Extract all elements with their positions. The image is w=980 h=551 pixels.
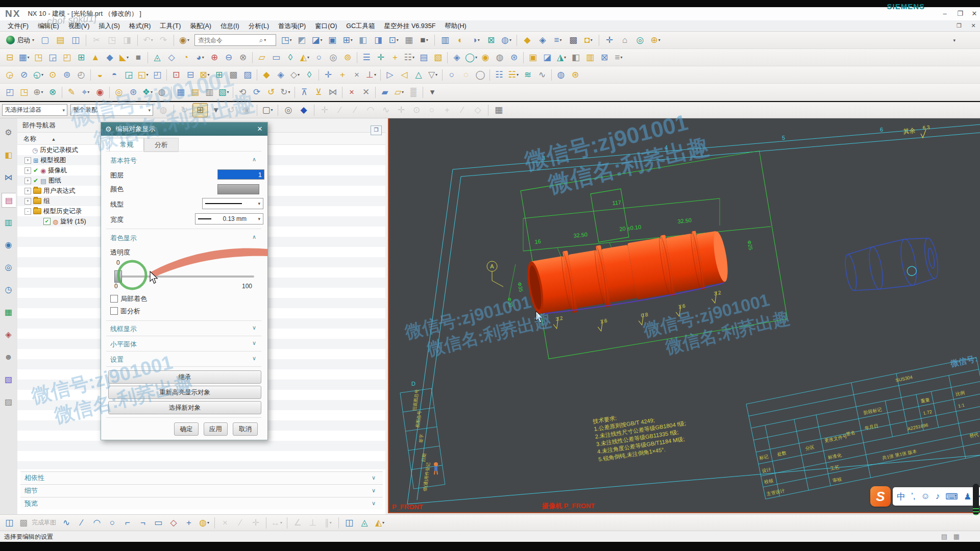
- sketch-icon[interactable]: ▭: [151, 516, 165, 530]
- section-wireframe-display[interactable]: 线框显示: [110, 324, 137, 334]
- selection-filter-dropdown[interactable]: 无选择过滤器▾: [2, 104, 67, 116]
- toolbar-icon[interactable]: ▱▾: [392, 86, 406, 99]
- toolbar-icon[interactable]: ✎: [64, 86, 79, 99]
- toolbar-icon[interactable]: ⊟: [3, 51, 17, 64]
- toolbar-icon[interactable]: ⊞: [212, 68, 226, 82]
- filter-icon[interactable]: ⊞: [192, 103, 208, 117]
- toolbar-icon[interactable]: ○: [445, 68, 459, 82]
- toolbar-icon[interactable]: ⊥▾: [364, 68, 378, 82]
- filter-icon[interactable]: ◎: [281, 104, 296, 117]
- expander-icon[interactable]: +: [24, 188, 31, 194]
- sketch-icon[interactable]: ¬: [136, 516, 150, 530]
- toolbar-icon[interactable]: ⊠▾: [198, 68, 212, 82]
- toolbar-icon[interactable]: ◍: [554, 68, 568, 82]
- sketch-icon[interactable]: ×: [218, 516, 232, 530]
- filter-icon[interactable]: ↻: [177, 104, 191, 117]
- filter-icon[interactable]: ∕: [348, 104, 362, 117]
- assembly-navigator-icon[interactable]: ◧: [2, 148, 15, 162]
- toolbar-icon[interactable]: ◍▾: [499, 34, 513, 47]
- sketch-icon[interactable]: ∿: [59, 516, 74, 530]
- ok-button[interactable]: 确定: [174, 422, 199, 436]
- sketch-icon[interactable]: ◫: [342, 516, 356, 530]
- toolbar-icon[interactable]: ↺: [264, 86, 278, 99]
- toolbar-icon[interactable]: ◑▾: [469, 34, 483, 47]
- sketch-icon[interactable]: ◇: [166, 516, 181, 530]
- status-note-icon[interactable]: ▤: [941, 531, 947, 542]
- width-dropdown[interactable]: 0.13 mm▾: [195, 213, 263, 224]
- color-swatch[interactable]: [217, 184, 259, 194]
- sketch-icon[interactable]: ○: [105, 516, 119, 530]
- tree-item-模型视图[interactable]: +⊞模型视图: [24, 155, 66, 165]
- shaft-part[interactable]: [524, 225, 731, 319]
- menu-item[interactable]: 装配(A): [185, 20, 216, 32]
- filter-icon[interactable]: +: [440, 104, 454, 117]
- tab-general[interactable]: 常规: [109, 138, 144, 152]
- finish-sketch-label[interactable]: 完成草图: [32, 518, 56, 527]
- ime-keyboard-icon[interactable]: ⌨: [945, 491, 958, 502]
- toolbar-icon[interactable]: ◇: [164, 51, 179, 64]
- toolbar-icon[interactable]: ☰: [359, 51, 374, 64]
- search-input[interactable]: [197, 36, 259, 44]
- toolbar-icon[interactable]: ◉: [478, 51, 493, 64]
- tree-item-模型历史记录[interactable]: -模型历史记录: [24, 206, 82, 216]
- toolbar-icon[interactable]: ◘▾: [581, 34, 596, 47]
- toolbar-icon[interactable]: ✂: [89, 34, 104, 47]
- toolbar-icon[interactable]: ↷: [156, 34, 170, 47]
- toolbar-icon[interactable]: ▱: [255, 51, 269, 64]
- sketch-icon[interactable]: ✛: [249, 516, 263, 530]
- menu-item[interactable]: 分析(L): [244, 20, 274, 32]
- toolbar-icon[interactable]: ❖▾: [140, 86, 155, 99]
- sketch-icon[interactable]: ∠: [290, 516, 305, 530]
- chevron-down-icon[interactable]: ∨: [252, 355, 256, 362]
- sketch-icon[interactable]: ⌐: [120, 516, 135, 530]
- toolbar-icon[interactable]: ⊻: [311, 86, 326, 99]
- toolbar-icon[interactable]: ⊛: [568, 68, 582, 82]
- dialog-title-bar[interactable]: ⚙ 编辑对象显示: [101, 122, 267, 136]
- face-analysis-checkbox[interactable]: [110, 307, 118, 315]
- tab-analysis[interactable]: 分析: [144, 138, 179, 152]
- toolbar-icon[interactable]: ◉▾: [177, 34, 191, 47]
- apply-button[interactable]: 应用: [204, 422, 228, 436]
- toolbar-icon[interactable]: ▥: [583, 51, 597, 64]
- filter-icon[interactable]: ▾: [209, 104, 223, 117]
- toolbar-icon[interactable]: ◧: [569, 51, 583, 64]
- filter-icon[interactable]: ▢▾: [260, 104, 275, 117]
- toolbar-icon[interactable]: ◈: [274, 68, 288, 82]
- chevron-down-icon[interactable]: ∨: [372, 487, 376, 494]
- filter-icon[interactable]: ◆: [297, 104, 311, 117]
- toolbar-icon[interactable]: ◒: [93, 68, 107, 82]
- chevron-down-icon[interactable]: ∨: [372, 500, 376, 507]
- toolbar-icon[interactable]: ✛: [602, 34, 617, 47]
- toolbar-icon[interactable]: ▦: [402, 34, 416, 47]
- toolbar-icon[interactable]: ▽▾: [426, 68, 440, 82]
- toolbar-icon[interactable]: ▤: [416, 51, 431, 64]
- child-close-button[interactable]: ✕: [967, 21, 980, 30]
- toolbar-icon[interactable]: ⌂: [618, 34, 632, 47]
- toolbar-icon[interactable]: ◈: [535, 34, 550, 47]
- menu-item[interactable]: 格式(R): [125, 20, 155, 32]
- toolbar-icon[interactable]: ↶▾: [141, 34, 155, 47]
- toolbar-icon[interactable]: ⊛: [507, 51, 521, 64]
- toolbar-icon[interactable]: ⊚: [60, 68, 74, 82]
- dialog-close-icon[interactable]: ✕: [255, 124, 264, 134]
- toolbar-icon[interactable]: ▤: [53, 34, 67, 47]
- menu-item[interactable]: 星空外挂 V6.935F: [380, 20, 440, 32]
- filter-icon[interactable]: ◇: [471, 104, 485, 117]
- expander-icon[interactable]: -: [24, 208, 31, 215]
- graphics-window[interactable]: 3 4 5 6 D 其余 6.3: [388, 118, 980, 513]
- toolbar-icon[interactable]: ▨: [240, 68, 255, 82]
- toolbar-icon[interactable]: ∿: [535, 68, 549, 82]
- toolbar-icon[interactable]: ◍: [493, 51, 507, 64]
- child-restore-button[interactable]: ❐: [952, 21, 966, 30]
- toolbar-icon[interactable]: ■: [131, 51, 145, 64]
- toolbar-icon[interactable]: ▣: [325, 34, 339, 47]
- toolbar-icon[interactable]: ◳: [31, 51, 45, 64]
- toolbar-icon[interactable]: ◍: [155, 86, 169, 99]
- sketch-icon[interactable]: ↔▾: [270, 516, 284, 530]
- toolbar-icon[interactable]: ⊕: [207, 51, 222, 64]
- toolbar-icon[interactable]: ◯▾: [464, 51, 478, 64]
- toolbar-icon[interactable]: ⋈: [326, 86, 340, 99]
- toolbar-icon[interactable]: ◣▾: [117, 51, 131, 64]
- chevron-up-icon[interactable]: ∧: [252, 234, 256, 240]
- selection-scope-dropdown[interactable]: 整个装配▾: [70, 104, 153, 116]
